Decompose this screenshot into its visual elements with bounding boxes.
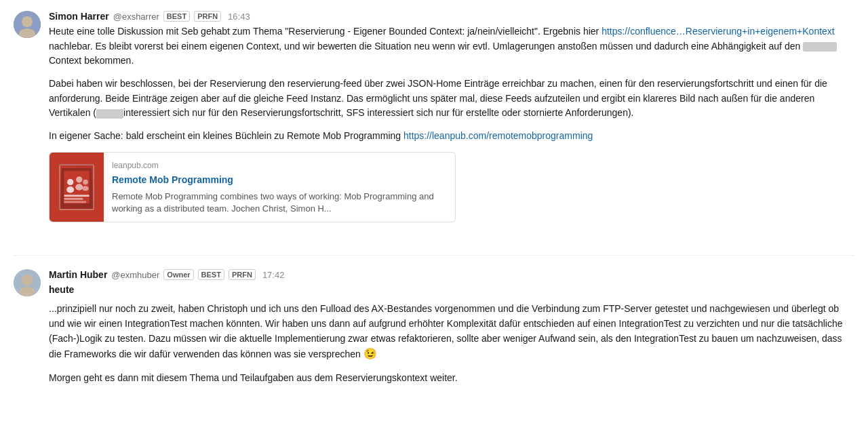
svg-point-10 <box>82 186 88 191</box>
svg-rect-11 <box>64 195 89 197</box>
svg-point-15 <box>22 275 33 285</box>
post-simon-content: Simon Harrer @exsharrer BEST PRFN 16:43 … <box>49 11 854 222</box>
post-martin-content: Martin Huber @exmhuber Owner BEST PRFN 1… <box>49 269 854 393</box>
svg-point-9 <box>83 180 87 184</box>
svg-point-7 <box>76 176 82 182</box>
simon-p1-text: Heute eine tolle Diskussion mit Seb geha… <box>49 26 599 37</box>
link-preview-card[interactable]: leanpub.com Remote Mob Programming Remot… <box>49 152 456 223</box>
link-preview-body: leanpub.com Remote Mob Programming Remot… <box>104 153 455 222</box>
martin-badge-best: BEST <box>198 269 224 280</box>
simon-paragraph-3: In eigener Sache: bald erscheint ein kle… <box>49 129 854 144</box>
confluence-link[interactable]: https://confluence…Reservierung+in+eigen… <box>601 26 835 37</box>
simon-paragraph-2: Dabei haben wir beschlossen, bei der Res… <box>49 77 854 121</box>
winking-emoji: 😉 <box>363 348 377 359</box>
simon-author-name: Simon Harrer <box>49 11 109 22</box>
martin-paragraph-1: ...prinzipiell nur noch zu zweit, haben … <box>49 302 854 363</box>
martin-badge-owner: Owner <box>163 269 193 280</box>
simon-p1-end: Context bekommen. <box>49 55 134 66</box>
svg-point-5 <box>67 179 73 185</box>
simon-badge-best: BEST <box>163 11 190 22</box>
simon-badge-prfn: PRFN <box>194 11 221 22</box>
post-divider <box>14 255 854 256</box>
post-simon-header: Simon Harrer @exsharrer BEST PRFN 16:43 <box>49 11 854 22</box>
simon-paragraph-1: Heute eine tolle Diskussion mit Seb geha… <box>49 24 854 68</box>
martin-author-name: Martin Huber <box>49 269 107 280</box>
svg-point-8 <box>75 184 83 190</box>
martin-body-text: ...prinzipiell nur noch zu zweit, haben … <box>49 303 843 359</box>
link-preview-domain: leanpub.com <box>112 159 447 172</box>
redacted-1 <box>803 42 837 52</box>
avatar-simon <box>14 11 41 38</box>
link-preview-title: Remote Mob Programming <box>112 173 447 188</box>
link-preview-image <box>50 153 104 222</box>
martin-post-body: heute ...prinzipiell nur noch zu zweit, … <box>49 283 854 385</box>
simon-p1-suffix: nachlebar. Es bleibt vorerst bei einem e… <box>49 41 803 52</box>
martin-paragraph-2: Morgen geht es dann mit diesem Thema und… <box>49 371 854 386</box>
martin-badge-prfn: PRFN <box>229 269 256 280</box>
svg-rect-13 <box>64 201 86 203</box>
post-simon: Simon Harrer @exsharrer BEST PRFN 16:43 … <box>14 11 854 239</box>
book-cover <box>59 164 94 210</box>
svg-point-6 <box>66 186 74 193</box>
simon-author-handle: @exsharrer <box>113 12 159 22</box>
martin-author-handle: @exmhuber <box>111 270 159 280</box>
post-martin-header: Martin Huber @exmhuber Owner BEST PRFN 1… <box>49 269 854 280</box>
link-preview-description: Remote Mob Programming combines two ways… <box>112 191 447 215</box>
simon-p3-text: In eigener Sache: bald erscheint ein kle… <box>49 130 401 141</box>
martin-today-label: heute <box>49 283 854 298</box>
svg-rect-12 <box>64 198 83 200</box>
simon-timestamp: 16:43 <box>228 12 250 22</box>
svg-point-1 <box>22 16 33 27</box>
simon-p2-suffix: interessiert sich nur für den Reservieru… <box>123 107 633 118</box>
martin-last-line: Morgen geht es dann mit diesem Thema und… <box>49 372 458 383</box>
post-martin: Martin Huber @exmhuber Owner BEST PRFN 1… <box>14 269 854 410</box>
leanpub-link[interactable]: https://leanpub.com/remotemobprogramming <box>403 130 593 141</box>
simon-post-body: Heute eine tolle Diskussion mit Seb geha… <box>49 24 854 222</box>
martin-timestamp: 17:42 <box>262 270 285 280</box>
redacted-2 <box>96 109 123 119</box>
avatar-martin <box>14 269 41 296</box>
